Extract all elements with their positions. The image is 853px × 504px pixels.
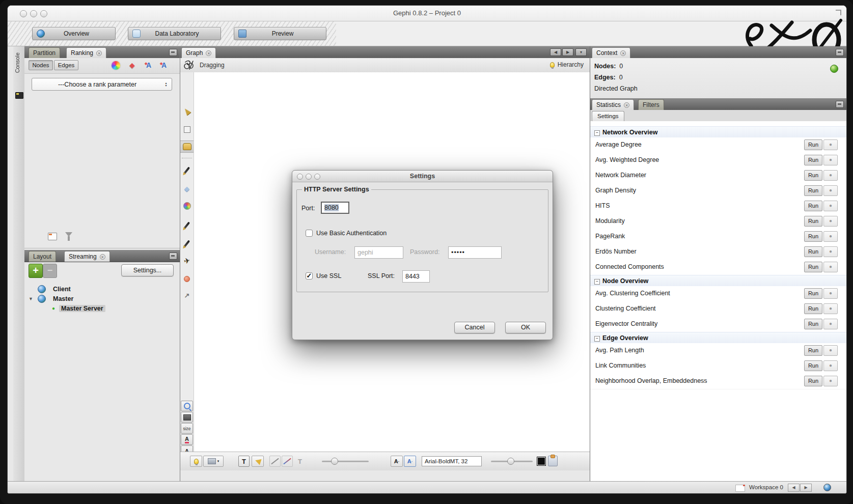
- edge-scale-slider[interactable]: [322, 461, 369, 462]
- disclosure-icon[interactable]: ▼: [29, 296, 33, 301]
- username-input[interactable]: gephi: [354, 246, 403, 259]
- heat-node-tool[interactable]: [180, 273, 194, 285]
- background-color-button[interactable]: [181, 412, 193, 423]
- report-dot-button[interactable]: ●: [823, 246, 838, 257]
- font-field[interactable]: Arial-BoldMT, 32: [422, 456, 482, 466]
- workspace-prev-button[interactable]: ◀: [788, 484, 800, 492]
- close-icon[interactable]: ×: [100, 254, 105, 260]
- run-button[interactable]: Run: [804, 155, 822, 165]
- section-header-edge-overview[interactable]: −Edge Overview: [590, 332, 846, 344]
- edges-toggle-button[interactable]: Edges: [54, 60, 78, 70]
- ranking-table-icon[interactable]: [48, 233, 57, 240]
- report-dot-button[interactable]: ●: [823, 303, 838, 314]
- gem-size-icon[interactable]: ◆: [129, 62, 135, 69]
- report-dot-button[interactable]: ●: [823, 185, 838, 196]
- report-dot-button[interactable]: ●: [823, 170, 838, 181]
- report-dot-button[interactable]: ●: [823, 345, 838, 356]
- color-wheel-icon[interactable]: [112, 61, 120, 70]
- collapse-section-icon[interactable]: −: [594, 336, 600, 342]
- node-label-size-mode-button[interactable]: A·: [404, 456, 416, 467]
- reset-label-color-button[interactable]: A: [181, 434, 193, 445]
- tab-partition[interactable]: Partition: [29, 47, 60, 58]
- label-scale-slider[interactable]: [491, 461, 533, 462]
- data-laboratory-button[interactable]: Data Laboratory: [128, 27, 221, 40]
- port-input[interactable]: 8080: [321, 202, 349, 214]
- workspace-next-button[interactable]: ▶: [800, 484, 812, 492]
- add-stream-button[interactable]: +: [29, 264, 43, 278]
- run-button[interactable]: Run: [804, 360, 822, 371]
- drag-tool[interactable]: [180, 141, 194, 153]
- report-dot-button[interactable]: ●: [823, 139, 838, 150]
- run-button[interactable]: Run: [804, 170, 822, 181]
- run-button[interactable]: Run: [804, 185, 822, 196]
- console-icon[interactable]: [15, 92, 23, 99]
- report-dot-button[interactable]: ●: [823, 155, 838, 165]
- slider-knob[interactable]: [507, 458, 514, 465]
- console-tab[interactable]: Console: [14, 52, 20, 73]
- tab-layout[interactable]: Layout: [29, 251, 56, 262]
- run-button[interactable]: Run: [804, 376, 822, 386]
- run-button[interactable]: Run: [804, 216, 822, 227]
- collapse-panel-icon[interactable]: [169, 49, 177, 56]
- ssl-port-input[interactable]: 8443: [402, 270, 430, 283]
- close-icon[interactable]: ×: [206, 50, 211, 56]
- use-ssl-checkbox[interactable]: ✓: [306, 272, 313, 279]
- painter-tool[interactable]: [180, 164, 194, 176]
- label-attributes-button[interactable]: [548, 456, 558, 466]
- edge-color-mixed-button[interactable]: [282, 456, 293, 467]
- run-button[interactable]: Run: [804, 139, 822, 150]
- preview-button[interactable]: Preview: [234, 27, 326, 40]
- ok-button[interactable]: OK: [505, 322, 546, 333]
- report-dot-button[interactable]: ●: [823, 231, 838, 242]
- report-dot-button[interactable]: ●: [823, 288, 838, 299]
- remove-stream-button[interactable]: −: [43, 264, 57, 278]
- tab-ranking[interactable]: Ranking ×: [66, 47, 106, 58]
- report-dot-button[interactable]: ●: [823, 319, 838, 329]
- password-input[interactable]: •••••: [448, 246, 502, 259]
- run-button[interactable]: Run: [804, 201, 822, 211]
- tab-graph[interactable]: Graph ×: [181, 47, 216, 58]
- filter-funnel-icon[interactable]: [65, 232, 72, 237]
- text-size-mode-button[interactable]: T: [295, 456, 305, 467]
- close-icon[interactable]: ×: [624, 102, 629, 108]
- report-dot-button[interactable]: ●: [823, 376, 838, 386]
- run-button[interactable]: Run: [804, 345, 822, 356]
- run-button[interactable]: Run: [804, 231, 822, 242]
- edge-tool[interactable]: ↗: [180, 289, 194, 301]
- run-button[interactable]: Run: [804, 303, 822, 314]
- overview-button[interactable]: Overview: [32, 27, 116, 40]
- window-resize-icon[interactable]: [836, 10, 841, 15]
- sizer-tool[interactable]: ◆: [180, 182, 194, 194]
- rank-parameter-select[interactable]: ---Choose a rank parameter ▴▾: [32, 78, 172, 91]
- node-pencil-tool[interactable]: [180, 219, 194, 231]
- show-node-labels-button[interactable]: T: [238, 456, 250, 467]
- label-size-icon[interactable]: ◆A: [161, 61, 167, 69]
- cancel-button[interactable]: Cancel: [454, 322, 495, 333]
- tab-statistics[interactable]: Statistics ×: [592, 99, 634, 110]
- shortest-path-tool[interactable]: ✈: [180, 255, 194, 267]
- basic-auth-checkbox[interactable]: [306, 230, 313, 237]
- section-header-network-overview[interactable]: −Network Overview: [590, 126, 846, 138]
- section-header-node-overview[interactable]: −Node Overview: [590, 275, 846, 287]
- edge-pencil-tool[interactable]: [180, 237, 194, 249]
- label-color-swatch[interactable]: [537, 457, 546, 466]
- slider-knob[interactable]: [331, 458, 338, 465]
- tree-item-client[interactable]: Client: [24, 285, 180, 294]
- tab-filters[interactable]: Filters: [638, 99, 664, 110]
- subtab-settings[interactable]: Settings: [592, 111, 624, 121]
- tab-streaming[interactable]: Streaming ×: [64, 251, 110, 262]
- heatmap-tool[interactable]: [180, 200, 194, 212]
- tab-context[interactable]: Context ×: [592, 47, 630, 58]
- report-dot-button[interactable]: ●: [823, 360, 838, 371]
- run-button[interactable]: Run: [804, 319, 822, 329]
- tab-list-dropdown-button[interactable]: ▾: [575, 48, 587, 56]
- close-icon[interactable]: ×: [620, 50, 626, 56]
- tree-item-master[interactable]: ▼ Master: [24, 294, 180, 304]
- reset-zoom-button[interactable]: [181, 401, 193, 411]
- hierarchy-control[interactable]: Hierarchy: [550, 61, 584, 68]
- collapse-panel-icon[interactable]: [169, 253, 177, 260]
- report-dot-button[interactable]: ●: [823, 201, 838, 211]
- collapse-section-icon[interactable]: −: [594, 279, 600, 285]
- tree-item-master-server[interactable]: ● Master Server: [24, 304, 180, 314]
- refresh-context-icon[interactable]: [830, 65, 838, 73]
